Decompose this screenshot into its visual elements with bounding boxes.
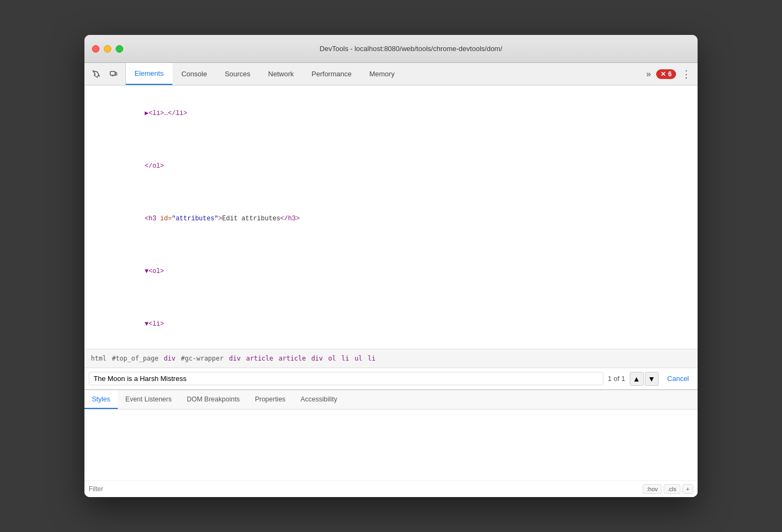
filter-row: :hov .cls + [84,480,698,497]
devtools-body: Elements Console Sources Network Perform… [84,63,698,497]
tab-performance[interactable]: Performance [303,63,360,85]
breadcrumb-bar: html #top_of_page div #gc-wrapper div ar… [84,349,698,368]
breadcrumb-div-3[interactable]: div [309,354,325,363]
main-tabs: Elements Console Sources Network Perform… [126,63,639,85]
tab-bar: Elements Console Sources Network Perform… [84,63,698,85]
dom-line: ▼<ol> [84,246,698,298]
breadcrumb-top-of-page[interactable]: #top_of_page [110,354,161,363]
inspect-icon[interactable] [89,67,104,82]
minimize-button[interactable] [104,45,111,53]
window-title: DevTools - localhost:8080/web/tools/chro… [132,45,690,53]
bottom-panel: Styles Event Listeners DOM Breakpoints P… [84,390,698,497]
breadcrumb-ol[interactable]: ol [326,354,338,363]
panel-content-area [84,409,698,480]
dom-line: ▶<li>…</li> [84,88,698,140]
devtools-window: DevTools - localhost:8080/web/tools/chro… [84,35,698,497]
hov-button[interactable]: :hov [643,484,662,494]
panel-tab-styles[interactable]: Styles [84,390,118,409]
dom-line: </ol> [84,140,698,193]
close-button[interactable] [92,45,99,53]
device-icon[interactable] [106,67,121,82]
breadcrumb-article-2[interactable]: article [276,354,308,363]
tab-elements[interactable]: Elements [126,63,173,85]
toolbar-left [84,63,126,85]
search-next-button[interactable]: ▼ [645,372,659,386]
panel-tab-event-listeners[interactable]: Event Listeners [118,390,179,409]
menu-button[interactable]: ⋮ [679,66,693,82]
panel-tab-properties[interactable]: Properties [247,390,293,409]
panel-tab-accessibility[interactable]: Accessibility [293,390,345,409]
tab-console[interactable]: Console [173,63,216,85]
svg-rect-0 [110,71,115,75]
dom-line: ▼<li> [84,298,698,349]
error-badge[interactable]: ✕ 6 [656,69,676,79]
breadcrumb-html[interactable]: html [89,354,109,363]
breadcrumb-div-2[interactable]: div [227,354,243,363]
dom-tree[interactable]: ▶<li>…</li> </ol> <h3 id="attributes">Ed… [84,85,698,349]
traffic-lights [92,45,123,53]
breadcrumb-article-1[interactable]: article [244,354,275,363]
search-cancel-button[interactable]: Cancel [663,372,693,385]
search-count: 1 of 1 [608,375,625,383]
breadcrumb-ul[interactable]: ul [352,354,364,363]
search-nav: ▲ ▼ [630,372,659,386]
breadcrumb-li-2[interactable]: li [366,354,378,363]
error-icon: ✕ [660,70,666,78]
filter-tools: :hov .cls + [643,484,693,494]
breadcrumb-li-1[interactable]: li [339,354,351,363]
title-bar: DevTools - localhost:8080/web/tools/chro… [84,35,698,63]
cls-button[interactable]: .cls [664,484,680,494]
search-input[interactable] [89,372,603,385]
add-style-button[interactable]: + [683,484,693,494]
tab-sources[interactable]: Sources [216,63,260,85]
dom-line: <h3 id="attributes">Edit attributes</h3> [84,193,698,246]
breadcrumb-gc-wrapper[interactable]: #gc-wrapper [179,354,225,363]
svg-rect-1 [115,73,117,75]
tab-network[interactable]: Network [260,63,303,85]
error-count: 6 [668,70,672,78]
filter-input[interactable] [89,485,638,493]
toolbar-right: » ✕ 6 ⋮ [639,63,698,85]
breadcrumb-div-1[interactable]: div [162,354,178,363]
maximize-button[interactable] [116,45,123,53]
panel-tabs: Styles Event Listeners DOM Breakpoints P… [84,390,698,409]
more-tabs-button[interactable]: » [644,67,653,81]
search-bar: 1 of 1 ▲ ▼ Cancel [84,368,698,390]
panel-tab-dom-breakpoints[interactable]: DOM Breakpoints [179,390,247,409]
search-prev-button[interactable]: ▲ [630,372,644,386]
tab-memory[interactable]: Memory [361,63,404,85]
